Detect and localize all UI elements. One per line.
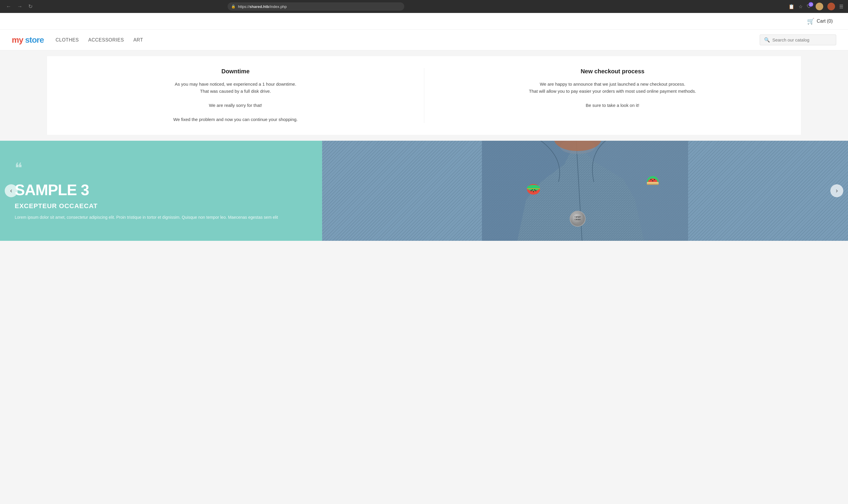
- cart-button[interactable]: 🛒 Cart (0): [804, 16, 836, 26]
- carousel-left-panel: ❝ SAMPLE 3 EXCEPTEUR OCCAECAT Lorem ipsu…: [0, 141, 322, 241]
- badge-count: 10: [809, 2, 813, 7]
- browser-chrome: ← → ↻ 🔒 https://shared.htb/index.php 📋 ☆…: [0, 0, 848, 13]
- bookmark-icon[interactable]: ☆: [798, 4, 802, 10]
- url-text: https://shared.htb/index.php: [238, 4, 287, 9]
- search-icon: 🔍: [764, 37, 770, 43]
- menu-icon[interactable]: ☰: [839, 4, 843, 10]
- notes-icon[interactable]: 📋: [789, 4, 794, 10]
- nav-art[interactable]: ART: [133, 36, 143, 44]
- svg-point-16: [654, 179, 655, 180]
- carousel-slide-subtitle: EXCEPTEUR OCCAECAT: [15, 202, 307, 210]
- nav-accessories[interactable]: ACCESSORIES: [88, 36, 124, 44]
- svg-text:CREW: CREW: [575, 218, 581, 220]
- notice-divider: [424, 68, 424, 123]
- svg-point-27: [576, 219, 577, 220]
- svg-point-10: [530, 190, 532, 191]
- main-nav: CLOTHES ACCESSORIES ART: [56, 36, 748, 44]
- svg-point-11: [533, 191, 534, 192]
- avatar-1[interactable]: [816, 3, 823, 10]
- logo-my: my: [12, 35, 23, 44]
- svg-point-14: [534, 189, 535, 191]
- browser-actions: 📋 ☆ 🛡 10 ☰: [789, 3, 843, 10]
- svg-text:CREW: CREW: [575, 216, 581, 218]
- search-input[interactable]: [772, 37, 832, 42]
- denim-background: CREW CREW: [322, 141, 848, 241]
- notice-checkout-text: We are happy to announce that we just la…: [442, 81, 783, 109]
- notice-checkout: New checkout process We are happy to ann…: [442, 68, 783, 123]
- svg-point-17: [652, 180, 653, 181]
- logo-store: store: [25, 35, 43, 44]
- quote-icon: ❝: [15, 161, 307, 175]
- carousel-next-button[interactable]: ›: [830, 184, 843, 197]
- svg-point-15: [650, 179, 652, 180]
- carousel-slide-body: Lorem ipsum dolor sit amet, consectetur …: [15, 214, 307, 220]
- notice-downtime-text: As you may have noticed, we experienced …: [65, 81, 406, 123]
- url-path: /index.php: [269, 4, 287, 9]
- main-content: Downtime As you may have noticed, we exp…: [0, 50, 848, 247]
- top-bar: 🛒 Cart (0): [0, 13, 848, 30]
- carousel: ‹ ❝ SAMPLE 3 EXCEPTEUR OCCAECAT Lorem ip…: [0, 141, 848, 241]
- svg-point-28: [578, 219, 579, 220]
- search-bar[interactable]: 🔍: [760, 34, 836, 45]
- svg-rect-19: [647, 184, 659, 185]
- back-button[interactable]: ←: [5, 2, 12, 11]
- url-domain: shared.htb: [249, 4, 269, 9]
- avatar-2[interactable]: [827, 3, 835, 10]
- carousel-prev-button[interactable]: ‹: [5, 184, 18, 197]
- svg-point-26: [578, 217, 579, 218]
- logo[interactable]: my store: [12, 35, 44, 45]
- svg-point-13: [532, 189, 533, 191]
- lock-icon: 🔒: [231, 4, 236, 8]
- carousel-slide-title: SAMPLE 3: [15, 181, 307, 199]
- svg-point-25: [576, 217, 577, 218]
- svg-point-8: [527, 185, 540, 191]
- url-prefix: https://: [238, 4, 249, 9]
- notice-checkout-title: New checkout process: [442, 68, 783, 75]
- notice-box: Downtime As you may have noticed, we exp…: [47, 56, 801, 135]
- nav-clothes[interactable]: CLOTHES: [56, 36, 79, 44]
- cart-icon: 🛒: [807, 18, 814, 25]
- carousel-image-panel: CREW CREW: [322, 141, 848, 241]
- notice-downtime-title: Downtime: [65, 68, 406, 75]
- notice-downtime: Downtime As you may have noticed, we exp…: [65, 68, 406, 123]
- cart-label: Cart (0): [817, 19, 833, 24]
- svg-point-12: [535, 190, 537, 191]
- header: my store CLOTHES ACCESSORIES ART 🔍: [0, 30, 848, 50]
- shield-button[interactable]: 🛡 10: [807, 4, 811, 9]
- forward-button[interactable]: →: [16, 2, 23, 11]
- refresh-button[interactable]: ↻: [27, 2, 34, 11]
- address-bar[interactable]: 🔒 https://shared.htb/index.php: [228, 2, 404, 11]
